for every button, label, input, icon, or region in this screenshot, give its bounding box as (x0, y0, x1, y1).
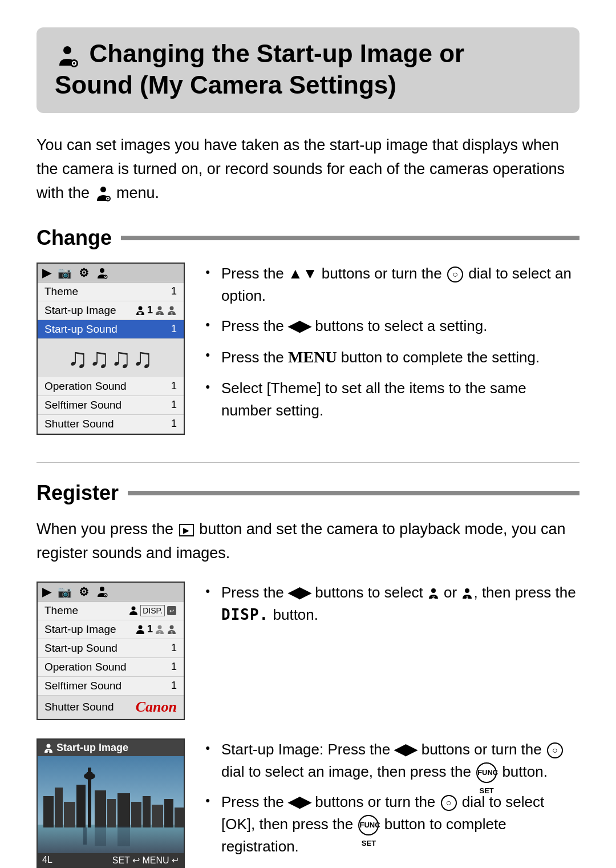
change-instruction-4: Select [Theme] to set all the items to t… (205, 377, 579, 422)
register-instruction-3: Press the ◀▶ buttons or turn the ○ dial … (205, 791, 579, 858)
menu-text: MENU (288, 348, 337, 366)
svg-point-18 (100, 587, 104, 591)
svg-text:↩: ↩ (169, 608, 174, 614)
svg-text:2: 2 (159, 631, 161, 635)
heading-divider (121, 236, 579, 240)
svg-point-30 (431, 588, 436, 593)
svg-rect-44 (87, 772, 92, 777)
dial-icon: ○ (447, 267, 463, 282)
startup-image-header: 3 Start-up Image (38, 740, 184, 756)
startup-footer-left: 4L (42, 855, 52, 865)
register-row-1: ▶ 📷 ⚙ Theme DISP. ↩ Start-up (37, 582, 579, 720)
reg-screen-shutter-sound: Shutter Sound Canon (38, 696, 184, 719)
svg-rect-51 (164, 799, 173, 827)
dial-icon-3: ○ (441, 795, 457, 811)
register-row-2: 3 Start-up Image (37, 738, 579, 868)
svg-point-11 (105, 276, 106, 277)
change-instruction-2: Press the ◀▶ buttons to select a setting… (205, 315, 579, 337)
toolbar-settings-r: ⚙ (79, 585, 89, 599)
svg-point-4 (100, 187, 106, 192)
toolbar-mycam (96, 266, 108, 280)
svg-rect-48 (131, 802, 141, 827)
screen-toolbar-change: ▶ 📷 ⚙ (38, 264, 184, 282)
svg-rect-54 (95, 826, 106, 846)
svg-rect-38 (43, 796, 54, 827)
svg-rect-45 (95, 790, 106, 827)
change-camera-screen: ▶ 📷 ⚙ Theme1 Start-up Image ✱ 1 2 (37, 263, 185, 435)
startup-image-preview: 3 Start-up Image (37, 738, 185, 868)
register-camera-screen: ▶ 📷 ⚙ Theme DISP. ↩ Start-up (37, 582, 185, 720)
screen-item-operation-sound: Operation Sound1 (38, 377, 184, 396)
func-set-icon: FUNCSET (476, 762, 497, 783)
change-heading: Change (37, 226, 112, 250)
register-intro-text: When you press the ▶ button and set the … (37, 518, 579, 566)
change-section-content: ▶ 📷 ⚙ Theme1 Start-up Image ✱ 1 2 (37, 263, 579, 435)
screen-item-theme: Theme1 (38, 282, 184, 301)
register-instructions-1: Press the ◀▶ buttons to select 2 or 3, t… (205, 582, 579, 634)
section-divider (37, 462, 579, 463)
register-heading-line (128, 491, 579, 495)
svg-rect-55 (117, 826, 130, 846)
svg-point-21 (105, 595, 106, 596)
screen-item-selftimer-sound: Selftimer Sound1 (38, 396, 184, 415)
svg-text:2: 2 (432, 595, 435, 600)
screen-toolbar-register: ▶ 📷 ⚙ (38, 583, 184, 601)
svg-point-8 (100, 268, 104, 273)
svg-text:3: 3 (171, 312, 173, 316)
screen-item-startup-image: Start-up Image ✱ 1 2 3 (38, 301, 184, 320)
svg-rect-50 (152, 805, 163, 827)
svg-text:2: 2 (159, 312, 161, 316)
title-line1: Changing the Start-up Image or (90, 39, 465, 67)
change-instructions-list: Press the ▲▼ buttons or turn the ○ dial … (205, 263, 579, 430)
svg-rect-39 (55, 788, 63, 827)
svg-text:✱: ✱ (137, 311, 141, 316)
my-camera-icon (55, 43, 86, 67)
reg-screen-theme: Theme DISP. ↩ (38, 601, 184, 620)
screen-item-startup-sound: Start-up Sound1 (38, 320, 184, 339)
change-instruction-1: Press the ▲▼ buttons or turn the ○ dial … (205, 263, 579, 307)
svg-point-25 (138, 625, 142, 629)
register-instruction-2: Start-up Image: Press the ◀▶ buttons or … (205, 738, 579, 783)
svg-point-12 (138, 306, 142, 310)
title-line2: Sound (My Camera Settings) (55, 71, 396, 99)
toolbar-playback-r: ▶ (42, 585, 51, 599)
svg-point-34 (47, 744, 51, 748)
toolbar-settings: ⚙ (79, 266, 89, 280)
startup-image-footer: 4L SET ↩ MENU ↵ (38, 853, 184, 867)
svg-text:3: 3 (466, 595, 469, 600)
toolbar-camera-r: 📷 (58, 585, 72, 599)
svg-text:3: 3 (171, 631, 173, 635)
svg-point-26 (158, 625, 162, 629)
page-title-block: Changing the Start-up Image or Sound (My… (37, 27, 579, 113)
func-set-icon-2: FUNCSET (358, 815, 379, 835)
change-instruction-3: Press the MENU button to complete the se… (205, 345, 579, 369)
toolbar-mycam-r (96, 585, 108, 599)
svg-point-32 (465, 588, 469, 593)
svg-rect-53 (83, 827, 87, 845)
svg-point-22 (132, 606, 136, 610)
svg-text:3: 3 (47, 749, 50, 753)
register-section-heading: Register (37, 481, 579, 505)
reg-screen-selftimer-sound: Selftimer Sound1 (38, 677, 184, 696)
svg-point-16 (170, 306, 174, 310)
change-section-heading: Change (37, 226, 579, 250)
intro-paragraph: You can set images you have taken as the… (37, 134, 579, 205)
svg-point-14 (158, 306, 162, 310)
register-instruction-1: Press the ◀▶ buttons to select 2 or 3, t… (205, 582, 579, 626)
register-heading: Register (37, 481, 119, 505)
svg-rect-41 (76, 785, 86, 827)
svg-point-28 (170, 625, 174, 629)
svg-rect-52 (175, 808, 184, 827)
page-title: Changing the Start-up Image or Sound (My… (55, 38, 561, 100)
screen-big-text: ♫♫♫♫ (38, 339, 184, 377)
reg-screen-startup-image: Start-up Image 1 2 3 (38, 620, 184, 639)
toolbar-playback: ▶ (42, 266, 51, 280)
startup-footer-right: SET ↩ MENU ↵ (112, 855, 179, 866)
svg-point-7 (107, 197, 108, 199)
disp-text: DISP. (221, 606, 269, 623)
reg-screen-startup-sound: Start-up Sound1 (38, 639, 184, 658)
svg-rect-47 (117, 793, 130, 827)
svg-point-0 (63, 46, 71, 54)
svg-rect-40 (64, 802, 75, 827)
svg-rect-49 (143, 796, 151, 827)
